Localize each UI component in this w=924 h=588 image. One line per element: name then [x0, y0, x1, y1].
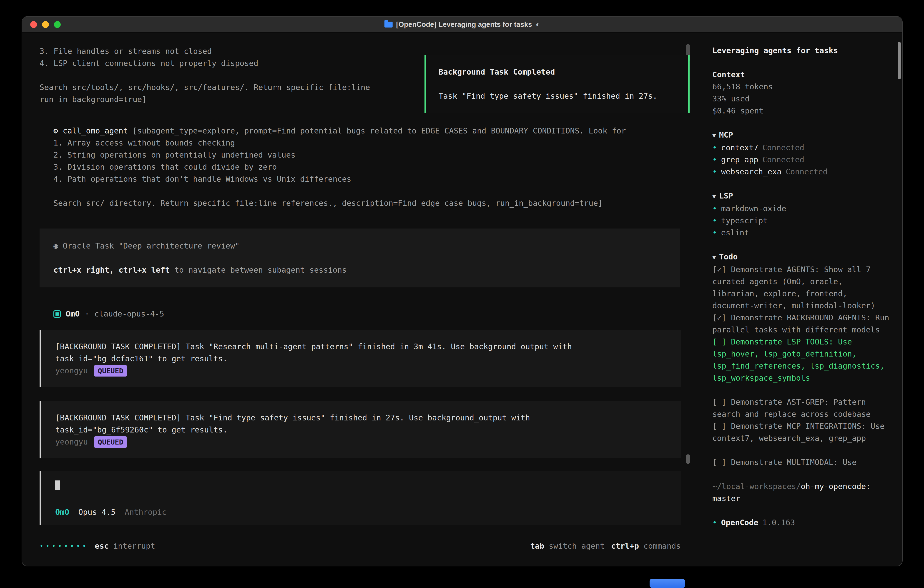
lsp-heading: LSP [719, 191, 733, 200]
agent-call-body: 1. Array access without bounds checking … [40, 137, 681, 209]
active-agent-label: OmO [55, 506, 69, 518]
context-tokens: 66,518 tokens [712, 81, 891, 93]
loading-moon-icon: ◐ [536, 20, 540, 29]
workspace-path: ~/local-workspaces/oh-my-opencode: maste… [712, 481, 891, 505]
agent-session-header: OmO · claude-opus-4-5 [40, 308, 681, 320]
toast-title: Background Task Completed [439, 66, 675, 78]
app-version: 1.0.163 [762, 517, 795, 529]
session-title: Leveraging agents for tasks [712, 45, 891, 57]
mcp-name: websearch_exa [721, 166, 781, 178]
agent-call-message: ⚙ call_omo_agent [subagent_type=explore,… [40, 125, 681, 209]
todo-item: [ ] Demonstrate MCP INTEGRATIONS: Use co… [712, 420, 891, 444]
bullet-icon: • [712, 142, 717, 154]
window-title-text: [OpenCode] Leveraging agents for tasks [396, 20, 532, 29]
titlebar[interactable]: [OpenCode] Leveraging agents for tasks ◐ [22, 17, 902, 33]
lsp-heading-row[interactable]: ▼LSP [712, 190, 891, 203]
task-message-footer: yeongyu QUEUED [55, 365, 667, 377]
mcp-section: ▼MCP • context7 Connected • grep_app Con… [712, 129, 891, 178]
model-status-line: OmO Opus 4.5 Anthropic [55, 506, 667, 518]
hint-text: to navigate between subagent sessions [170, 265, 347, 274]
task-message-footer: yeongyu QUEUED [55, 436, 667, 448]
git-branch: master [712, 492, 891, 505]
agent-model: claude-opus-4-5 [94, 308, 164, 320]
task-message: [BACKGROUND TASK COMPLETED] Task "Resear… [40, 330, 681, 387]
gear-icon: ⚙ [53, 126, 58, 135]
session-sidebar: Leveraging agents for tasks Context 66,5… [702, 33, 902, 567]
esc-key-label: esc [95, 540, 109, 552]
mcp-status: Connected [786, 166, 828, 178]
agent-checkbox-icon [53, 311, 61, 318]
task-author: yeongyu [55, 436, 88, 448]
task-message-line1: [BACKGROUND TASK COMPLETED] Task "Find t… [55, 412, 667, 424]
todo-item: [ ] Demonstrate AST-GREP: Pattern search… [712, 396, 891, 420]
oracle-task-title: Oracle Task "Deep architecture review" [63, 241, 240, 250]
scrollbar-thumb[interactable] [686, 454, 690, 464]
lsp-name: markdown-oxide [721, 203, 786, 215]
activity-dots-icon: •••••••• [40, 540, 88, 552]
subagent-nav-hint: ctrl+x right, ctrl+x left to navigate be… [53, 264, 667, 276]
traffic-lights [30, 21, 61, 28]
task-message-line2: task_id="bg_6f59260c" to get results. [55, 424, 667, 436]
prompt-input[interactable]: OmO Opus 4.5 Anthropic [40, 471, 681, 525]
text-cursor [55, 481, 60, 490]
app-name: OpenCode [721, 517, 758, 529]
context-used: 33% used [712, 93, 891, 105]
commands-hint: ctrl+p commands [611, 540, 681, 552]
bullet-icon: • [712, 215, 717, 227]
window-title: [OpenCode] Leveraging agents for tasks ◐ [384, 20, 540, 29]
opencode-terminal-window: [OpenCode] Leveraging agents for tasks ◐… [21, 16, 903, 567]
sidebar-scrollbar-thumb[interactable] [898, 42, 901, 79]
context-section: Context 66,518 tokens 33% used $0.46 spe… [712, 69, 891, 117]
oracle-task-title-line: ◉ Oracle Task "Deep architecture review" [53, 240, 667, 252]
todo-item: [✓] Demonstrate BACKGROUND AGENTS: Run p… [712, 312, 891, 336]
queued-badge: QUEUED [94, 436, 127, 448]
tab-key-label: tab [530, 540, 544, 552]
ctrlp-key-label: ctrl+p [611, 540, 639, 552]
todo-item: [ ] Demonstrate MULTIMODAL: Use [712, 456, 891, 468]
active-model-label: Opus 4.5 [78, 506, 116, 518]
mcp-heading-row[interactable]: ▼MCP [712, 129, 891, 142]
terminal-main-pane: 3. File handles or streams not closed 4.… [22, 33, 702, 567]
task-message: [BACKGROUND TASK COMPLETED] Task "Find t… [40, 401, 681, 458]
separator-dot: · [84, 308, 89, 320]
switch-agent-hint: tab switch agent [530, 540, 605, 552]
background-task-toast: Background Task Completed Task "Find typ… [424, 55, 690, 113]
bullet-icon: • [712, 166, 717, 178]
lsp-name: eslint [721, 227, 749, 239]
minimize-button[interactable] [42, 21, 49, 28]
bullet-icon: • [712, 227, 717, 239]
mcp-item: • grep_app Connected [712, 154, 891, 166]
mcp-status: Connected [762, 154, 804, 166]
agent-call-line: ⚙ call_omo_agent [subagent_type=explore,… [40, 125, 681, 137]
mcp-heading: MCP [719, 130, 733, 139]
bullet-icon: • [712, 517, 717, 529]
interrupt-hint: esc interrupt [95, 540, 155, 552]
context-spent: $0.46 spent [712, 105, 891, 117]
todo-heading: Todo [719, 252, 738, 261]
mcp-name: context7 [721, 142, 758, 154]
task-message-line2: task_id="bg_dcfac161" to get results. [55, 353, 667, 365]
mcp-name: grep_app [721, 154, 758, 166]
lsp-name: typescript [721, 215, 767, 227]
workspace-dir: ~/local-workspaces/ [712, 482, 801, 491]
mcp-item: • context7 Connected [712, 142, 891, 154]
todo-section: ▼Todo [✓] Demonstrate AGENTS: Show all 7… [712, 251, 891, 468]
chevron-down-icon: ▼ [712, 193, 716, 200]
status-bar: •••••••• esc interrupt tab switch agent … [40, 540, 681, 552]
mcp-item: • websearch_exa Connected [712, 166, 891, 178]
bullet-icon: • [712, 154, 717, 166]
context-heading: Context [712, 69, 891, 81]
task-author: yeongyu [55, 365, 88, 377]
dock-icon[interactable] [650, 579, 685, 588]
hint-keys: ctrl+x right, ctrl+x left [53, 265, 170, 274]
todo-heading-row[interactable]: ▼Todo [712, 251, 891, 264]
toast-body: Task "Find type safety issues" finished … [439, 90, 675, 102]
agent-call-name: call_omo_agent [63, 126, 128, 135]
agent-name: OmO [66, 308, 79, 320]
zoom-button[interactable] [54, 21, 61, 28]
workspace-repo: oh-my-opencode: [801, 482, 871, 491]
prompt-cursor-row[interactable] [55, 481, 667, 494]
close-button[interactable] [30, 21, 37, 28]
chevron-down-icon: ▼ [712, 254, 716, 261]
todo-item-active: [ ] Demonstrate LSP TOOLS: Use lsp_hover… [712, 336, 891, 384]
